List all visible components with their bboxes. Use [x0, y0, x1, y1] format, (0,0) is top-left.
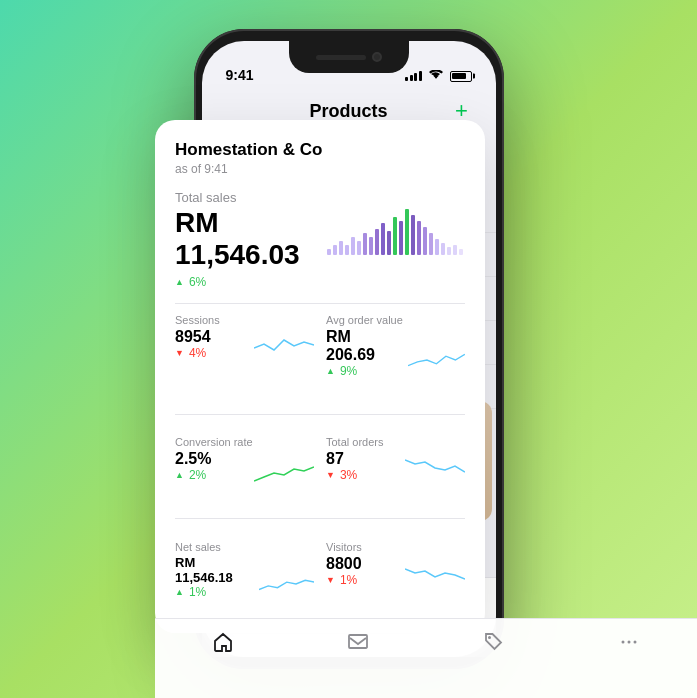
metric-total-orders: Total orders 87 3%: [326, 436, 465, 496]
metric-avg-label: Avg order value: [326, 314, 465, 326]
svg-rect-38: [453, 245, 457, 255]
notch: [289, 41, 409, 73]
svg-rect-28: [393, 217, 397, 255]
overlay-tab-inbox[interactable]: [347, 631, 369, 653]
battery-icon: [450, 71, 472, 82]
metric-net-sales: Net sales RM 11,546.18 1%: [175, 541, 314, 613]
metrics-grid: Sessions 8954 4% Avg order value RM 206.…: [175, 314, 465, 613]
overlay-tab-home[interactable]: [212, 631, 234, 653]
metric-sessions-label: Sessions: [175, 314, 314, 326]
metric-visitors-row: 8800 1%: [326, 555, 465, 587]
page-title: Products: [309, 101, 387, 122]
svg-rect-36: [441, 243, 445, 255]
metric-sessions-row: 8954 4%: [175, 328, 314, 360]
metric-net-row: RM 11,546.18 1%: [175, 555, 314, 613]
visitors-change: 1%: [326, 573, 362, 587]
svg-rect-23: [363, 233, 367, 255]
metric-visitors-label: Visitors: [326, 541, 465, 553]
conversion-change: 2%: [175, 468, 211, 482]
metric-visitors: Visitors 8800 1%: [326, 541, 465, 613]
avg-change: 9%: [326, 364, 400, 378]
svg-rect-20: [345, 245, 349, 255]
svg-rect-37: [447, 247, 451, 255]
svg-rect-30: [405, 209, 409, 255]
status-time: 9:41: [226, 67, 254, 83]
camera: [372, 52, 382, 62]
analytics-card: Homestation & Co as of 9:41 Total sales …: [155, 120, 485, 633]
store-name: Homestation & Co: [175, 140, 465, 160]
status-icons: [405, 69, 472, 83]
svg-point-42: [628, 641, 631, 644]
overlay-tab-more[interactable]: [618, 631, 640, 653]
svg-rect-17: [327, 249, 331, 255]
wifi-icon: [429, 69, 443, 83]
svg-point-43: [634, 641, 637, 644]
svg-rect-22: [357, 241, 361, 255]
svg-rect-27: [387, 231, 391, 255]
divider: [175, 303, 465, 304]
svg-rect-35: [435, 239, 439, 255]
metric-sessions: Sessions 8954 4%: [175, 314, 314, 392]
bottom-tab-overlay: [155, 618, 697, 698]
total-sales-row: RM 11,546.03: [175, 207, 465, 271]
total-sales-label: Total sales: [175, 190, 465, 205]
svg-rect-25: [375, 229, 379, 255]
svg-rect-33: [423, 227, 427, 255]
metric-orders-row: 87 3%: [326, 450, 465, 482]
svg-rect-19: [339, 241, 343, 255]
net-change: 1%: [175, 585, 251, 599]
sales-chart: [325, 207, 465, 257]
svg-rect-31: [411, 215, 415, 255]
sessions-change: 4%: [175, 346, 211, 360]
total-sales-change: 6%: [175, 275, 465, 289]
metric-conversion-row: 2.5% 2%: [175, 450, 314, 496]
svg-rect-18: [333, 245, 337, 255]
total-sales-value: RM 11,546.03: [175, 207, 325, 271]
svg-rect-32: [417, 221, 421, 255]
metric-avg-order: Avg order value RM 206.69 9%: [326, 314, 465, 392]
metric-conversion-label: Conversion rate: [175, 436, 314, 448]
overlay-tab-tag[interactable]: [483, 631, 505, 653]
svg-rect-34: [429, 233, 433, 255]
svg-point-41: [622, 641, 625, 644]
signal-icon: [405, 71, 422, 81]
metric-net-label: Net sales: [175, 541, 314, 553]
speaker: [316, 55, 366, 60]
metric-orders-label: Total orders: [326, 436, 465, 448]
divider-bottom: [175, 518, 465, 519]
divider-mid: [175, 414, 465, 415]
metric-avg-row: RM 206.69 9%: [326, 328, 465, 392]
svg-rect-39: [459, 249, 463, 255]
svg-rect-29: [399, 221, 403, 255]
svg-rect-26: [381, 223, 385, 255]
svg-rect-24: [369, 237, 373, 255]
svg-point-40: [488, 636, 491, 639]
metric-conversion: Conversion rate 2.5% 2%: [175, 436, 314, 496]
orders-change: 3%: [326, 468, 357, 482]
store-timestamp: as of 9:41: [175, 162, 465, 176]
svg-rect-21: [351, 237, 355, 255]
